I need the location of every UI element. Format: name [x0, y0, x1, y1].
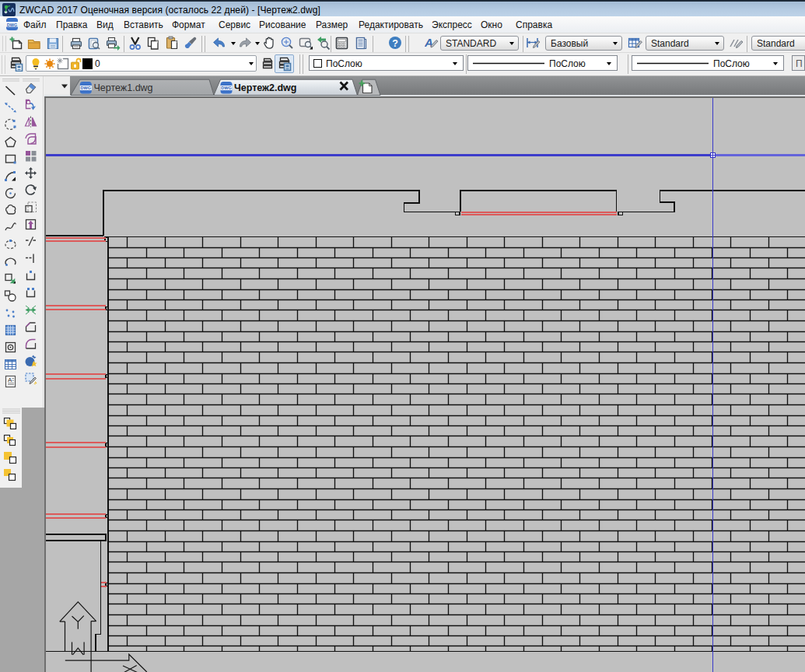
svg-text:Чертеж1.dwg: Чертеж1.dwg — [94, 82, 153, 93]
svg-text:?: ? — [392, 38, 398, 49]
svg-text:DWG: DWG — [7, 23, 17, 27]
svg-text:DWG: DWG — [81, 86, 91, 90]
svg-text:DWG: DWG — [221, 86, 231, 90]
svg-text:A: A — [8, 376, 12, 383]
svg-text:Чертеж2.dwg: Чертеж2.dwg — [234, 82, 296, 93]
